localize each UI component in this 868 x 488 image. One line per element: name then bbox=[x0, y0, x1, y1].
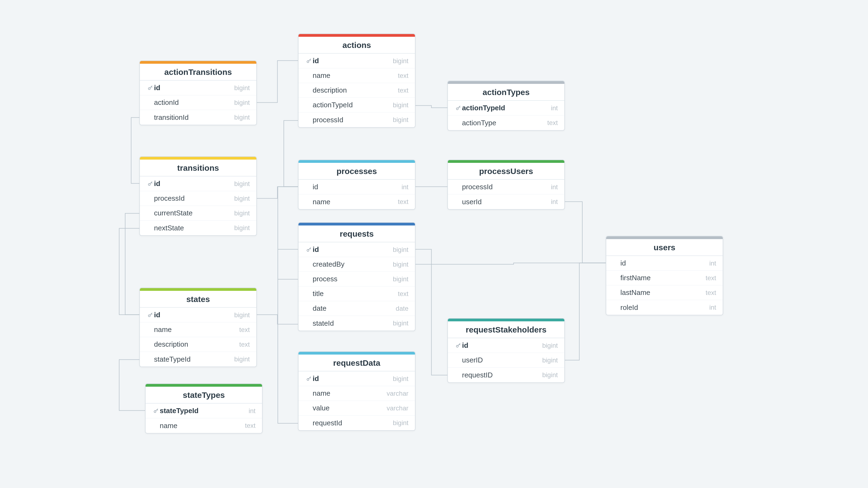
entity-transitions[interactable]: transitionsidbigintprocessIdbigintcurren… bbox=[139, 156, 257, 236]
key-icon bbox=[305, 247, 313, 253]
column-name: value bbox=[313, 404, 386, 412]
entity-title: actionTransitions bbox=[140, 64, 256, 81]
column-type: bigint bbox=[234, 180, 250, 188]
column-row[interactable]: nametext bbox=[299, 195, 415, 209]
column-name: name bbox=[154, 325, 239, 334]
column-name: stateId bbox=[313, 319, 393, 327]
entity-accent bbox=[606, 236, 723, 239]
column-type: int bbox=[551, 198, 558, 206]
connector-line bbox=[257, 61, 298, 103]
column-row[interactable]: userIdint bbox=[448, 195, 564, 209]
column-type: text bbox=[706, 274, 716, 282]
entity-accent bbox=[299, 160, 415, 163]
column-name: date bbox=[313, 304, 396, 313]
entity-actionTransitions[interactable]: actionTransitionsidbigintactionIdbigintt… bbox=[139, 60, 257, 125]
column-row[interactable]: idbigint bbox=[140, 176, 256, 191]
column-type: text bbox=[547, 119, 558, 126]
column-name: firstName bbox=[620, 274, 706, 282]
column-name: actionType bbox=[462, 119, 547, 127]
entity-title: requestStakeholders bbox=[448, 321, 564, 338]
column-row[interactable]: nametext bbox=[140, 322, 256, 337]
column-type: text bbox=[398, 72, 408, 80]
connector-line bbox=[415, 250, 447, 375]
entity-title: actions bbox=[299, 37, 415, 54]
column-row[interactable]: userIDbigint bbox=[448, 353, 564, 368]
column-row[interactable]: idbigint bbox=[140, 81, 256, 95]
connector-line bbox=[565, 263, 606, 360]
entity-stateTypes[interactable]: stateTypesstateTypeIdintnametext bbox=[145, 383, 262, 434]
column-type: bigint bbox=[234, 209, 250, 217]
column-row[interactable]: processbigint bbox=[299, 272, 415, 286]
column-row[interactable]: actionTypetext bbox=[448, 115, 564, 130]
column-row[interactable]: transitionIdbigint bbox=[140, 110, 256, 125]
column-row[interactable]: idint bbox=[299, 180, 415, 195]
column-name: id bbox=[313, 183, 402, 191]
column-row[interactable]: processIdint bbox=[448, 180, 564, 195]
column-type: bigint bbox=[234, 195, 250, 202]
column-name: name bbox=[313, 389, 386, 398]
column-row[interactable]: nextStatebigint bbox=[140, 221, 256, 235]
column-row[interactable]: idbigint bbox=[448, 338, 564, 353]
column-row[interactable]: descriptiontext bbox=[299, 83, 415, 98]
column-row[interactable]: requestIDbigint bbox=[448, 368, 564, 382]
column-row[interactable]: idint bbox=[606, 256, 723, 271]
column-row[interactable]: roleIdint bbox=[606, 300, 723, 315]
column-name: currentState bbox=[154, 209, 234, 217]
column-row[interactable]: stateTypeIdint bbox=[146, 404, 262, 418]
entity-states[interactable]: statesidbigintnametextdescriptiontextsta… bbox=[139, 288, 257, 367]
column-row[interactable]: nametext bbox=[299, 68, 415, 83]
key-icon bbox=[455, 343, 462, 348]
column-type: varchar bbox=[386, 404, 408, 412]
column-row[interactable]: requestIdbigint bbox=[299, 415, 415, 430]
column-type: text bbox=[239, 326, 250, 334]
connector-line bbox=[278, 187, 298, 279]
column-row[interactable]: currentStatebigint bbox=[140, 206, 256, 221]
column-row[interactable]: actionIdbigint bbox=[140, 95, 256, 110]
column-row[interactable]: idbigint bbox=[140, 308, 256, 322]
column-type: int bbox=[709, 260, 716, 267]
entity-accent bbox=[299, 34, 415, 37]
column-type: bigint bbox=[542, 371, 558, 379]
column-type: int bbox=[709, 304, 716, 311]
column-row[interactable]: idbigint bbox=[299, 242, 415, 257]
column-row[interactable]: actionTypeIdint bbox=[448, 101, 564, 115]
column-type: bigint bbox=[393, 375, 408, 383]
entity-accent bbox=[140, 61, 256, 64]
entity-processUsers[interactable]: processUsersprocessIdintuserIdint bbox=[447, 160, 565, 210]
column-row[interactable]: createdBybigint bbox=[299, 257, 415, 272]
column-type: text bbox=[245, 422, 255, 429]
column-row[interactable]: descriptiontext bbox=[140, 337, 256, 352]
column-row[interactable]: stateIdbigint bbox=[299, 316, 415, 331]
entity-processes[interactable]: processesidintnametext bbox=[298, 160, 415, 210]
column-row[interactable]: stateTypeIdbigint bbox=[140, 352, 256, 367]
column-row[interactable]: datedate bbox=[299, 301, 415, 316]
column-row[interactable]: namevarchar bbox=[299, 386, 415, 401]
column-type: bigint bbox=[542, 342, 558, 349]
entity-actionTypes[interactable]: actionTypesactionTypeIdintactionTypetext bbox=[447, 81, 565, 131]
column-row[interactable]: valuevarchar bbox=[299, 401, 415, 415]
entity-requests[interactable]: requestsidbigintcreatedBybigintprocessbi… bbox=[298, 222, 415, 331]
column-name: nextState bbox=[154, 224, 234, 232]
column-row[interactable]: lastNametext bbox=[606, 285, 723, 300]
entity-actions[interactable]: actionsidbigintnametextdescriptiontextac… bbox=[298, 33, 415, 128]
column-type: bigint bbox=[234, 311, 250, 319]
column-row[interactable]: processIdbigint bbox=[140, 191, 256, 206]
column-row[interactable]: firstNametext bbox=[606, 271, 723, 285]
column-row[interactable]: idbigint bbox=[299, 54, 415, 68]
column-name: id bbox=[313, 246, 393, 254]
column-row[interactable]: processIdbigint bbox=[299, 112, 415, 127]
connector-line bbox=[119, 360, 145, 411]
column-row[interactable]: actionTypeIdbigint bbox=[299, 98, 415, 112]
entity-requestStakeholders[interactable]: requestStakeholdersidbigintuserIDbigintr… bbox=[447, 318, 565, 383]
column-row[interactable]: nametext bbox=[146, 418, 262, 433]
column-type: text bbox=[239, 341, 250, 348]
connector-line bbox=[278, 250, 298, 424]
column-row[interactable]: idbigint bbox=[299, 371, 415, 386]
key-icon bbox=[152, 408, 160, 414]
entity-requestData[interactable]: requestDataidbigintnamevarcharvaluevarch… bbox=[298, 351, 415, 431]
column-name: id bbox=[154, 84, 234, 92]
entity-users[interactable]: usersidintfirstNametextlastNametextroleI… bbox=[606, 236, 723, 315]
erd-canvas[interactable]: actionTransitionsidbigintactionIdbigintt… bbox=[0, 0, 868, 488]
entity-title: requestData bbox=[299, 354, 415, 371]
column-row[interactable]: titletext bbox=[299, 286, 415, 301]
